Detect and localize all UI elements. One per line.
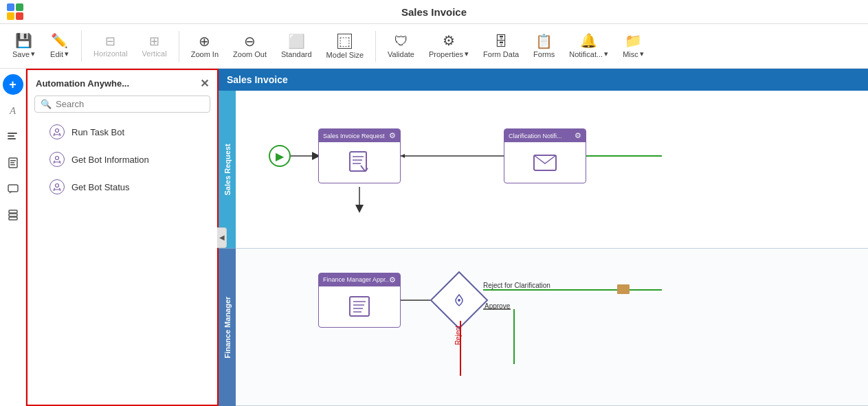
properties-label: Properties ▾: [429, 49, 469, 58]
toolbar-misc[interactable]: 📁 Misc ▾: [617, 31, 649, 61]
model-size-label: Model Size: [326, 51, 364, 59]
svg-point-12: [56, 129, 59, 133]
edit-icon: ✏️: [51, 34, 68, 47]
validate-label: Validate: [388, 50, 414, 58]
activity-library-title: Automation Anywhe...: [36, 78, 129, 89]
standard-label: Standard: [281, 50, 312, 58]
library-item-get-bot-status[interactable]: Get Bot Status: [27, 173, 217, 201]
toolbar-form-data[interactable]: 🗄 Form Data: [478, 32, 524, 61]
finance-manager-gear[interactable]: ⚙: [389, 275, 396, 284]
svg-rect-11: [9, 217, 17, 220]
get-bot-information-icon: [49, 152, 65, 167]
toolbar-horizontal[interactable]: ⊟ Horizontal: [88, 32, 133, 60]
text-tool-button[interactable]: A: [3, 100, 23, 121]
run-task-bot-label: Run Task Bot: [71, 127, 124, 137]
form-data-icon: 🗄: [494, 34, 508, 48]
properties-icon: ⚙: [443, 34, 455, 47]
toolbar-vertical[interactable]: ⊞ Vertical: [137, 32, 173, 60]
zoom-out-label: Zoom Out: [233, 50, 267, 58]
zoom-out-icon: ⊖: [244, 34, 256, 48]
validate-icon: 🛡: [394, 34, 408, 48]
toolbar-edit[interactable]: ✏️ Edit ▾: [44, 31, 75, 61]
data-tool-button[interactable]: [3, 205, 23, 225]
notifications-icon: 🔔: [580, 34, 597, 47]
main-layout: + A Automation Anywhe... ✕ 🔍 Run Task: [0, 69, 868, 406]
toolbar-standard[interactable]: ⬜ Standard: [276, 32, 318, 61]
top-header: Sales Invoice: [0, 0, 868, 24]
app-logo: [7, 3, 23, 20]
forms-label: Forms: [533, 50, 555, 58]
reject-for-clarification-label: Reject for Clarification: [483, 282, 550, 289]
search-box[interactable]: 🔍: [34, 95, 210, 113]
zoom-in-icon: ⊕: [199, 34, 210, 48]
left-sidebar: + A: [0, 69, 26, 406]
clarification-notif-node[interactable]: Clarification Notifi... ⚙: [504, 128, 586, 183]
horizontal-icon: ⊟: [105, 35, 115, 47]
vertical-label: Vertical: [142, 49, 167, 58]
toolbar-sep-1: [81, 31, 82, 62]
finance-manager-title: Finance Manager Appr...: [323, 276, 389, 283]
clarification-notif-gear[interactable]: ⚙: [575, 131, 581, 140]
collapse-panel-button[interactable]: ◀: [217, 227, 227, 248]
svg-rect-0: [8, 133, 17, 134]
clarification-notif-title: Clarification Notifi...: [509, 133, 562, 139]
logo-tr: [16, 3, 23, 11]
toolbar-validate[interactable]: 🛡 Validate: [382, 32, 420, 61]
search-input[interactable]: [56, 99, 204, 109]
activity-library-header: Automation Anywhe... ✕: [27, 70, 217, 95]
svg-rect-40: [350, 297, 369, 316]
lanes-content: ▶ Sales Invoice Request ⚙: [236, 91, 868, 406]
misc-icon: 📁: [625, 34, 642, 47]
svg-rect-38: [617, 284, 630, 294]
sales-invoice-request-title: Sales Invoice Request: [323, 133, 385, 139]
svg-rect-5: [10, 162, 14, 163]
forms-tool-button[interactable]: [3, 153, 23, 173]
run-task-bot-icon: [49, 124, 65, 139]
standard-icon: ⬜: [288, 34, 305, 48]
model-size-icon: ⬚: [337, 34, 352, 49]
decision-icon: [451, 292, 467, 308]
sales-invoice-request-node[interactable]: Sales Invoice Request ⚙: [318, 128, 401, 183]
toolbar-zoom-in[interactable]: ⊕ Zoom In: [186, 32, 224, 61]
list-tool-button[interactable]: [3, 126, 23, 147]
svg-point-15: [56, 157, 59, 160]
sales-invoice-request-gear[interactable]: ⚙: [389, 131, 396, 140]
sales-request-lane: ▶ Sales Invoice Request ⚙: [236, 91, 868, 249]
finance-manager-lane-label: Finance Manager: [219, 249, 236, 407]
svg-rect-10: [9, 214, 17, 216]
horizontal-label: Horizontal: [93, 49, 128, 58]
decision-diamond-container: [438, 280, 480, 321]
lane-labels: Sales Request Finance Manager: [219, 91, 236, 406]
sales-invoice-request-header: Sales Invoice Request ⚙: [319, 129, 400, 142]
chat-tool-button[interactable]: [3, 179, 23, 199]
library-item-get-bot-information[interactable]: Get Bot Information: [27, 146, 217, 173]
logo-br: [16, 12, 23, 20]
get-bot-status-label: Get Bot Status: [71, 182, 130, 192]
svg-rect-9: [9, 210, 17, 213]
toolbar-properties[interactable]: ⚙ Properties ▾: [423, 31, 474, 61]
svg-rect-1: [8, 135, 14, 137]
canvas-title-bar: Sales Invoice: [219, 69, 868, 91]
approve-label: Approve: [485, 302, 510, 310]
toolbar-model-size[interactable]: ⬚ Model Size: [321, 31, 369, 62]
canvas-title: Sales Invoice: [227, 74, 288, 85]
toolbar-forms[interactable]: 📋 Forms: [528, 32, 560, 61]
svg-rect-4: [10, 160, 16, 161]
finance-manager-body: [319, 286, 400, 327]
logo-bl: [7, 12, 14, 20]
finance-manager-node[interactable]: Finance Manager Appr... ⚙: [318, 273, 401, 328]
svg-rect-2: [8, 138, 16, 139]
close-panel-button[interactable]: ✕: [200, 77, 209, 90]
toolbar-save[interactable]: 💾 Save ▾: [7, 31, 41, 61]
form-data-label: Form Data: [483, 50, 519, 58]
add-activity-button[interactable]: +: [3, 74, 23, 95]
toolbar-notifications[interactable]: 🔔 Notificat... ▾: [564, 31, 614, 61]
library-item-run-task-bot[interactable]: Run Task Bot: [27, 118, 217, 146]
toolbar-zoom-out[interactable]: ⊖ Zoom Out: [227, 32, 272, 61]
save-icon: 💾: [15, 34, 32, 47]
notifications-label: Notificat... ▾: [569, 49, 608, 58]
get-bot-status-icon: [49, 179, 65, 194]
page-title: Sales Invoice: [401, 6, 467, 18]
svg-rect-6: [10, 164, 15, 166]
logo-tl: [7, 3, 14, 11]
